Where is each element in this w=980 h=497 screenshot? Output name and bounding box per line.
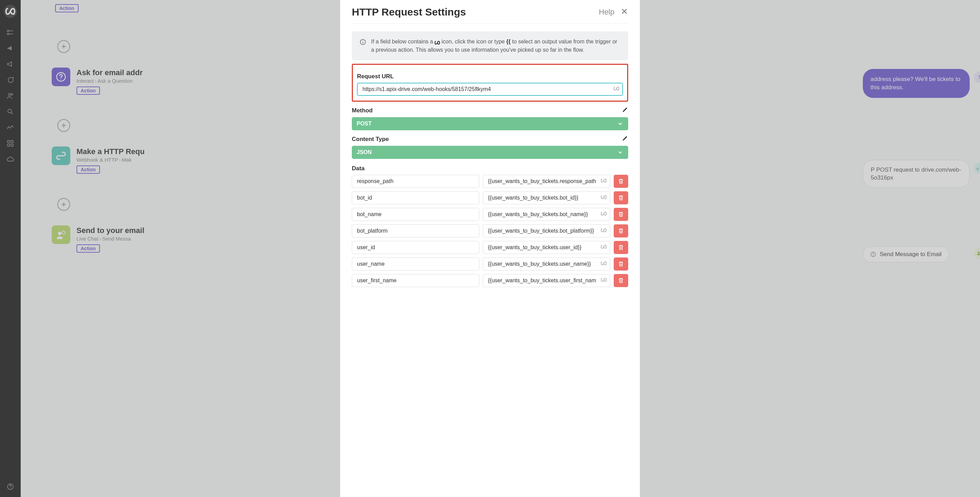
data-value-input[interactable] [483,241,610,254]
token-picker-icon[interactable] [613,86,620,92]
info-icon [360,38,366,46]
close-icon[interactable] [620,8,628,16]
info-text: If a field below contains a [371,38,434,45]
token-icon [434,40,440,45]
delete-row-button[interactable] [614,258,628,271]
delete-row-button[interactable] [614,208,628,221]
data-label: Data [352,165,364,172]
edit-method-icon[interactable] [622,107,628,115]
delete-row-button[interactable] [614,175,628,188]
chevron-down-icon [617,121,624,127]
svg-point-34 [363,40,363,41]
data-key-input[interactable] [352,274,479,287]
data-value-input[interactable] [483,191,610,204]
delete-row-button[interactable] [614,191,628,204]
data-key-input[interactable] [352,258,479,271]
data-key-input[interactable] [352,241,479,254]
delete-row-button[interactable] [614,225,628,237]
info-token: {{ [506,38,510,45]
request-url-label: Request URL [357,73,623,80]
info-text: icon, click the icon or type [442,38,506,45]
edit-content-type-icon[interactable] [622,135,628,143]
data-row [352,175,628,188]
request-url-highlight: Request URL [352,64,628,102]
method-label: Method [352,107,372,114]
data-key-input[interactable] [352,175,479,188]
data-row [352,274,628,287]
data-row [352,225,628,237]
token-picker-icon[interactable] [601,195,607,201]
data-key-input[interactable] [352,191,479,204]
data-row [352,208,628,221]
request-url-input[interactable] [357,83,623,96]
data-row [352,241,628,254]
http-request-settings-modal: HTTP Request Settings Help If a field be… [340,0,640,497]
token-picker-icon[interactable] [601,244,607,250]
token-picker-icon[interactable] [601,261,607,267]
data-key-input[interactable] [352,208,479,221]
data-row [352,191,628,204]
content-type-label: Content Type [352,136,389,143]
method-select[interactable]: POST [352,117,628,130]
data-value-input[interactable] [483,274,610,287]
delete-row-button[interactable] [614,241,628,254]
data-value-input[interactable] [483,225,610,237]
content-type-select[interactable]: JSON [352,146,628,159]
data-value-input[interactable] [483,175,610,188]
token-picker-icon[interactable] [601,211,607,217]
help-link[interactable]: Help [599,8,614,16]
token-picker-icon[interactable] [601,228,607,234]
data-value-input[interactable] [483,208,610,221]
token-picker-icon[interactable] [601,178,607,185]
chevron-down-icon [617,149,624,155]
modal-title: HTTP Request Settings [352,6,466,18]
method-value: POST [356,121,372,127]
data-row [352,258,628,271]
token-picker-icon[interactable] [601,277,607,284]
info-banner: If a field below contains a icon, click … [352,31,628,60]
data-rows-container [352,175,628,287]
content-type-value: JSON [356,149,372,155]
delete-row-button[interactable] [614,274,628,287]
data-value-input[interactable] [483,258,610,271]
data-key-input[interactable] [352,225,479,237]
